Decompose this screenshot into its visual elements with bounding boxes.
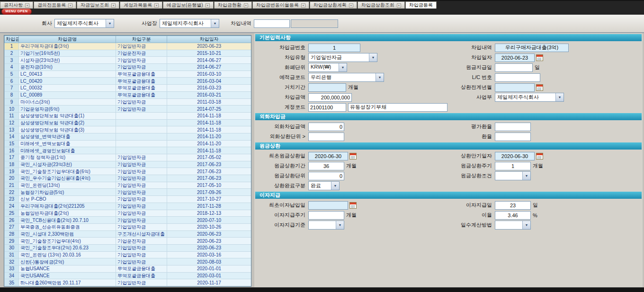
cell-name[interactable]: 국민_온렌딩 (13억) 20.03.16 <box>19 251 116 258</box>
repay-cycle-input[interactable] <box>495 162 531 170</box>
tab-9[interactable]: 차입금상환조회× <box>358 1 405 9</box>
table-row[interactable]: 15미래에셋_변액보험대출2014-11-20 <box>5 140 251 147</box>
repay-condition-select[interactable]: ▼ <box>495 171 531 180</box>
cell-date[interactable]: 2020-06-23 <box>167 230 251 238</box>
tab-7[interactable]: 차입금변동이율등록× <box>252 1 309 9</box>
close-icon[interactable]: × <box>68 3 72 8</box>
table-row[interactable]: 6LC_00420무역포괄금융대출2016-03-04 <box>5 78 251 85</box>
table-row[interactable]: 22농협장기차입금(5억)기업일반자금2017-09-26 <box>5 189 251 196</box>
cell-name[interactable]: 시설자금(23억3천) <box>19 57 116 64</box>
table-row[interactable]: 30국민_기술창조우대(2억) 20.6.23기업일반자금2020-06-23 <box>5 244 251 251</box>
cell-name[interactable]: 국민_기술창조우대(2억) 20.6.23 <box>19 244 116 251</box>
repay-unit-input[interactable] <box>308 172 344 180</box>
cell-name[interactable]: 하나대출260백만원 20.11.17 <box>19 279 116 286</box>
cell-type[interactable] <box>116 119 167 126</box>
table-row[interactable]: 19국민_기술창조기업우대대출(6억)기업일반자금2017-06-23 <box>5 168 251 175</box>
cell-type[interactable] <box>116 126 167 133</box>
cell-type[interactable]: 기업일반자금 <box>116 98 167 106</box>
chevron-down-icon[interactable]: ▼ <box>376 73 384 81</box>
eval-rate-input[interactable] <box>495 123 531 131</box>
cell-type[interactable]: 무역포괄금융대출 <box>116 85 167 92</box>
grace-period-input[interactable] <box>308 83 346 92</box>
cell-type[interactable]: 무역포괄금융대출 <box>116 71 167 78</box>
cell-name[interactable]: 우리구매자금대출(3억) <box>19 43 116 50</box>
cell-type[interactable]: 기업일반자금 <box>116 258 167 265</box>
calendar-icon[interactable] <box>349 153 357 159</box>
cell-type[interactable]: 기업일반자금 <box>116 43 167 50</box>
cell-name[interactable]: 농협일반자금대출(2억) <box>19 210 116 217</box>
table-row[interactable]: 23신보 P-CBO기업일반자금2017-10-27 <box>5 196 251 203</box>
cell-code[interactable]: 28 <box>5 230 19 238</box>
cell-name[interactable]: 운전자금(10억) <box>19 64 116 71</box>
cell-date[interactable]: 2016-03-10 <box>167 71 251 78</box>
cell-date[interactable]: 2014-06-27 <box>167 64 251 71</box>
cell-name[interactable]: 삼성생명단체보험 약관대출(2) <box>19 119 116 126</box>
cell-code[interactable]: 19 <box>5 168 19 175</box>
cell-code[interactable]: 14 <box>5 133 19 140</box>
cell-name[interactable]: 기업기보(16억5천) <box>19 50 116 57</box>
cell-name[interactable]: 삼성생명_변액약관대출 <box>19 133 116 140</box>
tab-1[interactable]: 공지사항× <box>0 1 33 9</box>
close-icon[interactable]: × <box>397 3 401 8</box>
cell-name[interactable]: 우리구매자금대출(2억)221205 <box>19 203 116 210</box>
table-row[interactable]: 20국민_우수기술기업신용대출(4억)기업일반자금2017-06-23 <box>5 175 251 182</box>
cell-date[interactable]: 2011-03-18 <box>167 98 251 106</box>
maturity-date-input[interactable] <box>495 152 535 160</box>
tab-10[interactable]: 차입금등록 <box>405 1 437 9</box>
cell-name[interactable]: 국민USANCE <box>19 272 116 279</box>
cell-type[interactable]: 기업일반자금 <box>116 64 167 71</box>
cell-code[interactable]: 24 <box>5 203 19 210</box>
cell-code[interactable]: 30 <box>5 244 19 251</box>
cell-name[interactable]: 미래에셋_경영인보험대출 <box>19 147 116 154</box>
close-icon[interactable]: × <box>349 3 353 8</box>
interest-rate-input[interactable] <box>495 211 531 220</box>
cell-code[interactable]: 34 <box>5 272 19 279</box>
cell-date[interactable]: 2016-03-23 <box>167 85 251 92</box>
tab-4[interactable]: 계정과목등록× <box>120 1 162 9</box>
cell-code[interactable]: 31 <box>5 251 19 258</box>
cell-code[interactable]: 23 <box>5 196 19 203</box>
cell-type[interactable]: 무역포괄금융대출 <box>116 91 167 98</box>
table-row[interactable]: 29국민_기술창조기업우대(4억)기업운전자금2020-06-23 <box>5 238 251 245</box>
close-icon[interactable]: × <box>111 3 116 8</box>
cell-code[interactable]: 16 <box>5 147 19 154</box>
chevron-down-icon[interactable]: ▼ <box>522 172 530 180</box>
cell-code[interactable]: 22 <box>5 189 19 196</box>
cell-code[interactable]: 32 <box>5 258 19 265</box>
loan-type-select[interactable]: 기업일반자금 ▼ <box>308 53 377 62</box>
calendar-icon[interactable] <box>536 54 543 61</box>
calendar-icon[interactable] <box>536 153 543 159</box>
table-row[interactable]: 35하나대출260백만원 20.11.17기업일반자금2020-11-17 <box>5 279 251 286</box>
cell-type[interactable]: 기업일반자금 <box>116 154 167 161</box>
division-select[interactable]: 제일제지주식회사 ▼ <box>495 93 564 102</box>
cell-date[interactable]: 2018-12-13 <box>167 210 251 217</box>
close-icon[interactable]: × <box>25 3 29 8</box>
cell-type[interactable]: 기업일반자금 <box>116 203 167 210</box>
cell-code[interactable]: 15 <box>5 140 19 147</box>
cell-type[interactable]: 기업일반자금 <box>116 279 167 286</box>
cell-name[interactable]: 미래에셋_변액보험대출 <box>19 140 116 147</box>
close-icon[interactable]: × <box>301 3 305 8</box>
cell-date[interactable]: 2020-06-23 <box>167 238 251 245</box>
cell-name[interactable]: 삼성생명단체보험 약관대출(3) <box>19 126 116 133</box>
cell-date[interactable]: 2017-06-23 <box>167 161 251 168</box>
loan-amount-input[interactable] <box>308 93 352 102</box>
table-row[interactable]: 27부국증권_선순위유동화증권기업일반자금2020-10-26 <box>5 223 251 230</box>
cell-code[interactable]: 12 <box>5 119 19 126</box>
cell-name[interactable]: 국민_시설자금(23억3천) <box>19 161 116 168</box>
chevron-down-icon[interactable]: ▼ <box>211 19 219 27</box>
loan-no-input[interactable] <box>308 44 360 52</box>
cell-code[interactable]: 13 <box>5 126 19 133</box>
table-row[interactable]: 28국민_시설대 2,330백만원구조개선시설자금대출2020-06-23 <box>5 230 251 238</box>
cell-type[interactable]: 무역포괄금융대출 <box>116 272 167 279</box>
cell-code[interactable]: 20 <box>5 175 19 182</box>
table-row[interactable]: 13삼성생명단체보험 약관대출(3)2014-11-18 <box>5 126 251 133</box>
cell-date[interactable]: 2020-07-10 <box>167 217 251 224</box>
cell-type[interactable]: 기업일반자금 <box>116 251 167 258</box>
table-row[interactable]: 4운전자금(10억)기업일반자금2014-06-27 <box>5 64 251 71</box>
table-row[interactable]: 3시설자금(23억3천)기업일반자금2014-06-27 <box>5 57 251 64</box>
table-row[interactable]: 11삼성생명단체보험 약관대출(1)2014-11-18 <box>5 112 251 119</box>
cell-type[interactable]: 기업일반자금 <box>116 196 167 203</box>
tab-2[interactable]: 결의전표등록× <box>34 1 76 9</box>
table-row[interactable]: 24우리구매자금대출(2억)221205기업일반자금2017-11-28 <box>5 203 251 210</box>
